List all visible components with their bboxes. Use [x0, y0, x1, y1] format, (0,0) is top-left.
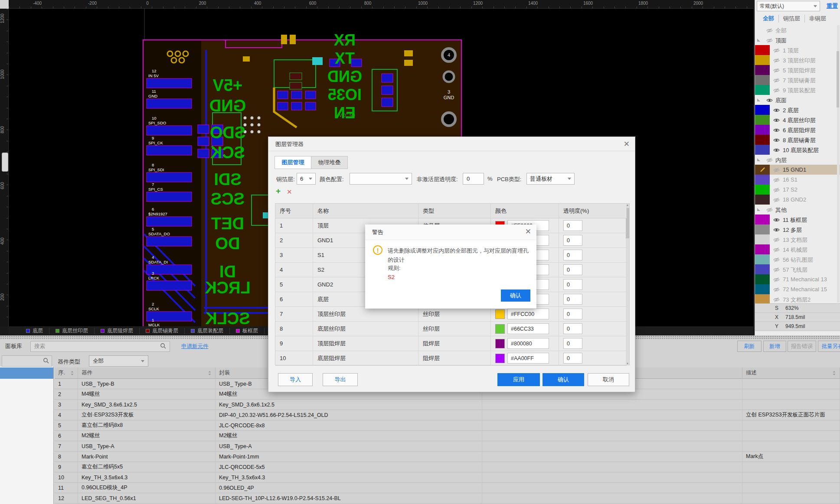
- layer-color-swatch[interactable]: [755, 195, 770, 205]
- eye-off-icon[interactable]: [766, 28, 773, 34]
- eye-off-icon[interactable]: [773, 187, 780, 194]
- eye-icon[interactable]: [773, 107, 780, 114]
- table-cell[interactable]: DIP-40_L20.32-W51.66-P2.54-LS15.24_OLD: [216, 410, 482, 420]
- color-hex-input[interactable]: #800080: [507, 338, 549, 349]
- dialog-cell-no[interactable]: 5: [275, 277, 313, 292]
- eye-off-icon[interactable]: [773, 277, 780, 283]
- layer-color-swatch[interactable]: [755, 254, 770, 264]
- eye-off-icon[interactable]: [766, 157, 773, 164]
- table-cell[interactable]: [742, 389, 840, 400]
- table-cell[interactable]: 嘉立创二维码8x8: [78, 420, 216, 431]
- confirm-button[interactable]: 确认: [543, 373, 584, 386]
- pcb-type-select[interactable]: 普通板材: [526, 173, 575, 185]
- layer-color-swatch[interactable]: [755, 264, 770, 274]
- layer-item-13 文档层[interactable]: 13 文档层: [755, 234, 840, 244]
- layer-color-swatch[interactable]: [755, 135, 770, 145]
- layer-color-swatch[interactable]: [755, 215, 770, 224]
- layer-item-1 顶层[interactable]: 1 顶层: [755, 45, 840, 55]
- layer-color-swatch[interactable]: [755, 284, 770, 294]
- layer-item-9 顶层装配层[interactable]: 9 顶层装配层: [755, 85, 840, 95]
- layer-item-4 底层丝印层[interactable]: 4 底层丝印层: [755, 115, 840, 125]
- opacity-input[interactable]: 0: [563, 294, 582, 305]
- layer-color-swatch[interactable]: [755, 115, 770, 125]
- layer-item-57 飞线层[interactable]: 57 飞线层: [755, 264, 840, 274]
- table-cell[interactable]: M2螺丝: [78, 431, 216, 441]
- table-cell[interactable]: [482, 462, 742, 472]
- category-search-input[interactable]: [2, 355, 52, 367]
- eye-icon[interactable]: [766, 98, 773, 104]
- expand-triangle-icon[interactable]: [757, 39, 760, 42]
- eye-off-icon[interactable]: [773, 287, 780, 293]
- opacity-input[interactable]: 0: [563, 220, 582, 231]
- active-layer-pencil-icon[interactable]: [755, 165, 770, 175]
- dialog-cell-no[interactable]: 1: [275, 218, 313, 233]
- column-header-器件[interactable]: 器件: [78, 367, 216, 379]
- color-swatch[interactable]: [495, 354, 505, 363]
- column-header-序.[interactable]: 序.: [55, 367, 78, 379]
- warning-titlebar[interactable]: 警告 ✕: [365, 224, 536, 240]
- layer-item-3 顶层丝印层[interactable]: 3 顶层丝印层: [755, 55, 840, 65]
- table-cell[interactable]: [742, 472, 840, 483]
- eye-icon[interactable]: [773, 147, 780, 154]
- expand-triangle-icon[interactable]: [757, 98, 760, 101]
- eye-icon[interactable]: [773, 227, 780, 234]
- expand-triangle-icon[interactable]: [757, 208, 760, 211]
- table-cell[interactable]: 3: [55, 400, 78, 410]
- layer-color-swatch[interactable]: [755, 85, 770, 95]
- layer-color-swatch[interactable]: [755, 234, 770, 244]
- dialog-cell-name[interactable]: 顶层阻焊层: [313, 336, 418, 351]
- dialog-cell-no[interactable]: 7: [275, 307, 313, 322]
- search-icon[interactable]: [160, 343, 166, 350]
- layer-item-17 S2[interactable]: 17 S2: [755, 185, 840, 195]
- layer-color-swatch[interactable]: [755, 125, 770, 135]
- table-cell[interactable]: Key_SMD_3.6x6.1x2.5: [216, 400, 482, 410]
- layer-preset-select[interactable]: 常规(默认): [757, 1, 820, 11]
- layer-color-swatch[interactable]: [755, 105, 770, 115]
- opacity-input[interactable]: 0: [563, 353, 582, 364]
- color-config-select[interactable]: [350, 173, 412, 185]
- opacity-input[interactable]: 0: [563, 323, 582, 334]
- table-cell[interactable]: [742, 431, 840, 441]
- eye-off-icon[interactable]: [773, 197, 780, 204]
- layer-color-swatch[interactable]: [755, 175, 770, 185]
- table-cell[interactable]: [482, 483, 742, 493]
- add-layer-icon[interactable]: +: [276, 187, 281, 195]
- layer-color-swatch[interactable]: [755, 75, 770, 85]
- eye-off-icon[interactable]: [773, 297, 780, 303]
- eye-off-icon[interactable]: [773, 88, 780, 94]
- layer-item-全部[interactable]: 全部: [755, 25, 840, 35]
- table-cell[interactable]: Key_TH_3.5x6x4.3: [216, 472, 482, 483]
- layer-item-16 S1[interactable]: 16 S1: [755, 175, 840, 185]
- layer-group-底面[interactable]: 底面: [755, 95, 840, 105]
- category-selected-item[interactable]: [0, 367, 54, 379]
- apply-button[interactable]: 应用: [497, 373, 540, 386]
- table-cell[interactable]: 5: [55, 420, 78, 431]
- layer-color-swatch[interactable]: [755, 145, 770, 155]
- table-cell[interactable]: USB_ Type-B: [78, 379, 216, 389]
- table-cell[interactable]: Mark点: [742, 452, 840, 462]
- table-cell[interactable]: 4: [55, 410, 78, 420]
- table-cell[interactable]: [482, 493, 742, 504]
- close-icon[interactable]: ✕: [624, 140, 630, 148]
- eye-off-icon[interactable]: [773, 48, 780, 54]
- eye-off-icon[interactable]: [773, 237, 780, 244]
- table-cell[interactable]: M4螺丝: [78, 389, 216, 400]
- layer-color-swatch[interactable]: [755, 294, 770, 304]
- layers-tab-非铜层[interactable]: 非铜层: [805, 15, 830, 23]
- dialog-cell-name[interactable]: 底层阻焊层: [313, 351, 418, 366]
- layer-item-14 机械层[interactable]: 14 机械层: [755, 244, 840, 254]
- delete-layer-icon[interactable]: ✕: [287, 188, 292, 196]
- table-cell[interactable]: [482, 441, 742, 452]
- sort-icon[interactable]: [70, 371, 74, 376]
- eye-off-icon[interactable]: [773, 257, 780, 263]
- dialog-cell-no[interactable]: 8: [275, 322, 313, 336]
- column-header-描述[interactable]: 描述: [742, 367, 840, 379]
- table-cell[interactable]: [742, 420, 840, 431]
- dialog-cell-no[interactable]: 6: [275, 292, 313, 307]
- table-cell[interactable]: 0.96OLED_4P: [216, 483, 482, 493]
- part-type-select[interactable]: 全部: [89, 355, 148, 367]
- export-button[interactable]: 导出: [323, 373, 358, 386]
- table-cell[interactable]: 10: [55, 472, 78, 483]
- action-button-新增[interactable]: 新增: [763, 341, 786, 352]
- layer-item-15 GND1[interactable]: 15 GND1: [755, 165, 840, 175]
